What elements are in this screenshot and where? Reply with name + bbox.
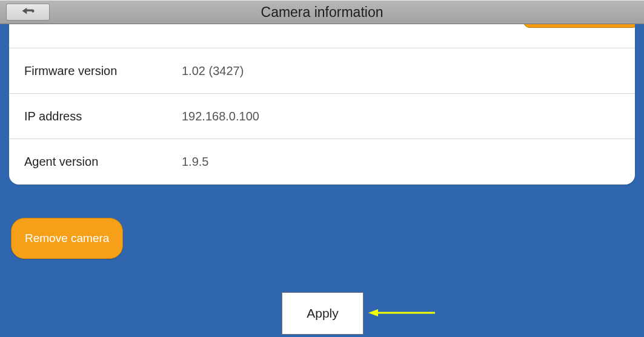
info-label-agent: Agent version <box>24 155 182 169</box>
info-row: IP address 192.168.0.100 <box>9 94 635 139</box>
remove-camera-label: Remove camera <box>25 232 109 245</box>
annotation-arrow-icon <box>368 307 435 319</box>
partial-button-edge <box>523 24 635 28</box>
info-value-firmware: 1.02 (3427) <box>182 64 244 78</box>
info-value-ip: 192.168.0.100 <box>182 110 259 123</box>
remove-camera-button[interactable]: Remove camera <box>11 218 123 259</box>
apply-button[interactable]: Apply <box>282 292 363 335</box>
svg-marker-1 <box>368 309 378 316</box>
info-label-ip: IP address <box>24 110 182 123</box>
back-button[interactable] <box>6 4 50 21</box>
info-card: Firmware version 1.02 (3427) IP address … <box>9 24 635 185</box>
card-top-row <box>9 24 635 48</box>
back-arrow-icon <box>20 5 36 19</box>
info-value-agent: 1.9.5 <box>182 155 208 169</box>
apply-label: Apply <box>307 306 339 321</box>
top-bar: Camera information <box>0 0 644 24</box>
info-row: Agent version 1.9.5 <box>9 139 635 185</box>
page-title: Camera information <box>0 4 644 21</box>
info-row: Firmware version 1.02 (3427) <box>9 48 635 94</box>
info-label-firmware: Firmware version <box>24 64 182 78</box>
